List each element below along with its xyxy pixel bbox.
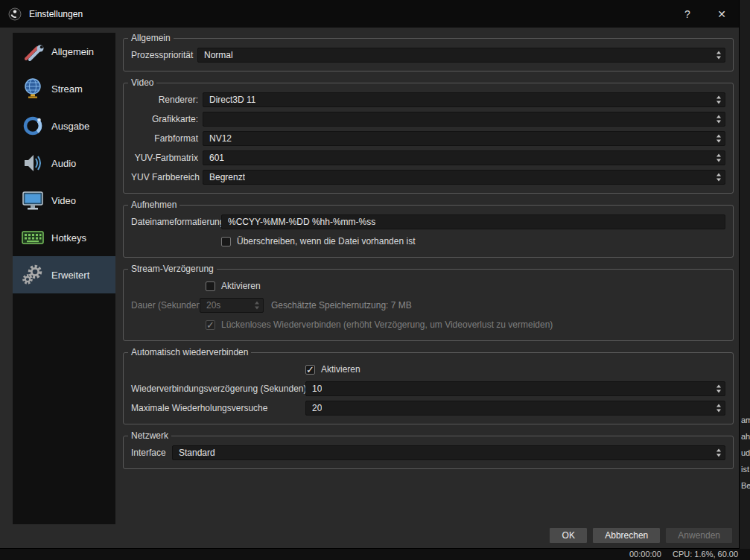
status-timer: 00:00:00 <box>629 550 661 559</box>
auto-reconnect-enable-row: Aktivieren <box>131 360 725 379</box>
cancel-button[interactable]: Abbrechen <box>592 527 661 544</box>
retry-delay-spinner[interactable]: 10 <box>305 381 725 396</box>
duration-value: 20s <box>206 300 220 311</box>
sidebar-item-label: Erweitert <box>51 270 89 281</box>
gpu-label: Grafikkarte: <box>131 114 198 124</box>
color-format-value: NV12 <box>209 133 232 144</box>
sidebar-item-label: Stream <box>51 83 83 95</box>
updown-arrows-icon <box>255 302 259 310</box>
retry-delay-value: 10 <box>312 384 322 394</box>
tools-icon <box>17 36 48 67</box>
filename-format-label: Dateinameformatierung <box>131 217 214 227</box>
sidebar-item-label: Audio <box>51 158 76 169</box>
title-bar: Einstellungen ? ✕ <box>0 0 739 28</box>
retry-delay-label: Wiederverbindungsverzögerung (Sekunden) <box>131 384 298 394</box>
updown-arrows-icon[interactable] <box>716 135 721 143</box>
background-text-fragment: ist <box>741 465 749 474</box>
settings-category-list: Allgemein Stream <box>13 33 115 524</box>
monitor-icon <box>17 185 48 216</box>
gapless-reconnect-row: Lückenloses Wiederverbinden (erhöht Verz… <box>131 315 725 334</box>
process-priority-row: Prozesspriorität Normal <box>131 45 725 65</box>
obs-status-bar: 00:00:00 CPU: 1.6%, 60.00 <box>0 549 750 560</box>
max-retries-spinner[interactable]: 20 <box>305 401 725 416</box>
group-title: Automatisch wiederverbinden <box>128 347 251 357</box>
updown-arrows-icon[interactable] <box>716 51 721 60</box>
updown-arrows-icon[interactable] <box>716 115 721 124</box>
interface-row: Interface Standard <box>131 443 725 462</box>
sidebar-item-label: Allgemein <box>51 46 94 57</box>
sidebar-item-allgemein[interactable]: Allgemein <box>13 33 115 70</box>
updown-arrows-icon[interactable] <box>716 154 721 162</box>
background-text-fragment: ud <box>741 448 750 457</box>
color-format-row: Farbformat NV12 <box>131 129 725 148</box>
color-format-select[interactable]: NV12 <box>203 131 725 146</box>
ok-button[interactable]: OK <box>549 527 588 544</box>
sidebar-item-hotkeys[interactable]: Hotkeys <box>13 219 115 256</box>
interface-select[interactable]: Standard <box>172 445 725 460</box>
updown-arrows-icon[interactable] <box>716 385 721 393</box>
gears-icon <box>17 259 48 290</box>
help-button[interactable]: ? <box>670 0 705 28</box>
retry-delay-row: Wiederverbindungsverzögerung (Sekunden) … <box>131 379 725 398</box>
stream-delay-enable-checkbox[interactable] <box>206 281 215 291</box>
max-retries-value: 20 <box>312 403 322 413</box>
yuv-range-value: Begrenzt <box>209 172 245 182</box>
sidebar-item-audio[interactable]: Audio <box>13 144 115 182</box>
gpu-select[interactable] <box>203 112 725 127</box>
updown-arrows-icon[interactable] <box>716 174 721 182</box>
gpu-row: Grafikkarte: <box>131 109 725 129</box>
advanced-settings-panel: Allgemein Prozesspriorität Normal Video … <box>123 33 734 475</box>
globe-icon <box>17 73 48 104</box>
yuv-matrix-select[interactable]: 601 <box>203 150 725 165</box>
obs-logo-icon <box>8 7 22 21</box>
updown-arrows-icon[interactable] <box>716 404 721 413</box>
process-priority-select[interactable]: Normal <box>197 48 725 63</box>
settings-dialog: Einstellungen ? ✕ Allgemein <box>0 0 740 549</box>
updown-arrows-icon[interactable] <box>716 449 721 457</box>
filename-format-row: Dateinameformatierung <box>131 212 725 232</box>
max-retries-row: Maximale Wiederholungsversuche 20 <box>131 398 725 418</box>
yuv-matrix-value: 601 <box>209 153 224 163</box>
group-title: Allgemein <box>128 33 174 43</box>
group-allgemein: Allgemein Prozesspriorität Normal <box>123 33 734 71</box>
background-text-fragment: Be <box>741 481 750 490</box>
auto-reconnect-enable-checkbox[interactable] <box>305 365 315 375</box>
yuv-matrix-label: YUV-Farbmatrix <box>131 153 198 163</box>
yuv-range-label: YUV Farbbereich <box>131 172 198 182</box>
max-retries-label: Maximale Wiederholungsversuche <box>131 403 298 413</box>
window-title: Einstellungen <box>29 9 670 19</box>
sidebar-item-erweitert[interactable]: Erweitert <box>13 256 115 293</box>
overwrite-checkbox[interactable] <box>221 237 231 246</box>
yuv-range-select[interactable]: Begrenzt <box>203 170 725 185</box>
group-auto-reconnect: Automatisch wiederverbinden Aktivieren W… <box>123 347 734 424</box>
group-title: Stream-Verzögerung <box>128 264 217 274</box>
sidebar-item-ausgabe[interactable]: Ausgabe <box>13 107 115 144</box>
duration-spinner[interactable]: 20s <box>200 298 264 313</box>
renderer-select[interactable]: Direct3D 11 <box>203 92 725 107</box>
output-ring-icon <box>17 110 48 141</box>
stream-delay-enable-row: Aktivieren <box>131 276 725 296</box>
renderer-label: Renderer: <box>131 95 198 105</box>
group-netzwerk: Netzwerk Interface Standard <box>123 430 734 469</box>
process-priority-value: Normal <box>204 50 233 60</box>
group-aufnehmen: Aufnehmen Dateinameformatierung Überschr… <box>123 200 734 258</box>
memory-usage-note: Geschätzte Speichernutzung: 7 MB <box>271 300 412 311</box>
close-button[interactable]: ✕ <box>705 0 739 28</box>
renderer-row: Renderer: Direct3D 11 <box>131 90 725 109</box>
apply-button[interactable]: Anwenden <box>665 527 733 544</box>
group-title: Video <box>128 77 156 88</box>
gapless-reconnect-label: Lückenloses Wiederverbinden (erhöht Verz… <box>221 319 553 330</box>
background-text-fragment: ah <box>741 432 750 441</box>
background-text-fragment: am <box>741 416 750 424</box>
yuv-matrix-row: YUV-Farbmatrix 601 <box>131 148 725 168</box>
gapless-reconnect-checkbox <box>206 320 215 330</box>
sidebar-item-label: Ausgabe <box>51 121 89 132</box>
process-priority-label: Prozesspriorität <box>131 50 194 60</box>
filename-format-input[interactable] <box>221 214 725 229</box>
group-title: Netzwerk <box>128 430 171 441</box>
updown-arrows-icon[interactable] <box>716 96 721 104</box>
sidebar-item-video[interactable]: Video <box>13 182 115 219</box>
overwrite-label: Überschreiben, wenn die Datei vorhanden … <box>237 236 415 246</box>
sidebar-item-stream[interactable]: Stream <box>13 70 115 107</box>
duration-label: Dauer (Sekunden) <box>131 300 194 311</box>
